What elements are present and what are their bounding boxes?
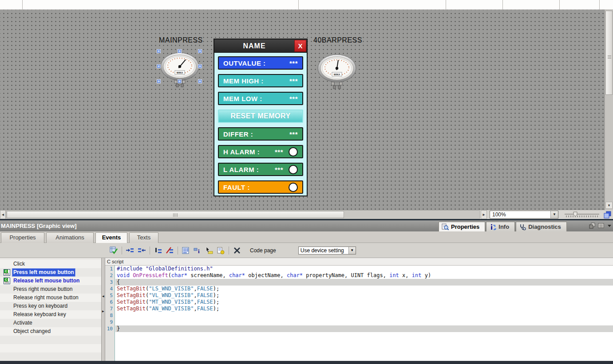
gauge-hub: [336, 67, 338, 70]
splitter-collapse-left-icon[interactable]: ◀: [102, 294, 105, 297]
event-row-empty: [0, 344, 101, 352]
faceplate-window[interactable]: NAME X OUTVALUE :***MEM HIGH :***MEM LOW…: [214, 39, 308, 196]
panel-menu-icon[interactable]: [598, 223, 604, 228]
faceplate-row-outvalue[interactable]: OUTVALUE :***: [218, 56, 303, 70]
panel-tab-info[interactable]: Info: [486, 222, 515, 231]
zoom-dropdown-arrow-icon[interactable]: ▼: [550, 211, 558, 218]
pressure-gauge-mainpress[interactable]: WIKA: [159, 51, 201, 88]
code-page-dropdown-arrow-icon[interactable]: ▼: [348, 247, 356, 254]
indent-left-icon[interactable]: [137, 246, 146, 255]
code-line[interactable]: {: [115, 279, 613, 286]
selection-handle[interactable]: [157, 65, 160, 68]
code-line[interactable]: [115, 312, 613, 319]
ruler-tick: [559, 0, 560, 10]
faceplate-row-l-alarm[interactable]: L ALARM :***: [218, 163, 303, 176]
panel-tab-properties[interactable]: Properties: [439, 222, 485, 231]
code-page-select[interactable]: Use device setting ▼: [298, 247, 356, 254]
code-template-icon[interactable]: [181, 246, 191, 255]
line-number-gutter: 12345678910: [105, 266, 115, 361]
splitter-expand-right-icon[interactable]: ▶: [102, 309, 105, 313]
selection-handle[interactable]: [157, 50, 160, 53]
float-panel-icon[interactable]: [589, 223, 595, 229]
selection-handle[interactable]: [198, 80, 202, 83]
vertical-scrollbar[interactable]: ▾: [605, 10, 613, 210]
event-row-release-left-mouse-button[interactable]: CI0IRelease left mouse button: [0, 277, 101, 285]
event-row-click[interactable]: Click: [0, 260, 101, 268]
code-line[interactable]: SetTagBit("LS_WND_VISIB",FALSE);: [115, 286, 613, 292]
event-row-release-right-mouse-button[interactable]: Release right mouse button: [0, 294, 101, 302]
panel-tab-label: Info: [498, 223, 509, 230]
row-value: ***: [289, 77, 298, 85]
row-label: MEM LOW :: [223, 95, 262, 102]
faceplate-row-h-alarm[interactable]: H ALARM :***: [218, 145, 303, 158]
line-number: 8: [105, 312, 115, 319]
code-line[interactable]: void OnPressLeft(char* screenName, char*…: [115, 272, 613, 279]
faceplate-row-reset-memory[interactable]: RESET MEMORY: [218, 110, 303, 123]
row-value: ***: [289, 59, 298, 67]
faceplate-row-fault[interactable]: FAULT :: [218, 180, 303, 194]
code-line[interactable]: [115, 319, 613, 325]
faceplate-row-differ[interactable]: DIFFER :***: [218, 127, 303, 141]
event-row-activate[interactable]: Activate: [0, 319, 101, 327]
scroll-down-button[interactable]: ▾: [605, 202, 613, 209]
selection-handle[interactable]: [198, 65, 202, 68]
pressure-gauge-40barpress[interactable]: WIKA: [316, 52, 358, 90]
zoom-select[interactable]: 100% ▼: [490, 211, 558, 219]
code-line[interactable]: #include "GlobalDefinitions.h": [115, 266, 613, 272]
c-script-icon: CI0I: [4, 278, 10, 284]
vertical-scroll-thumb[interactable]: [605, 11, 613, 95]
tab-properties[interactable]: Properties: [1, 232, 44, 243]
selection-handle[interactable]: [178, 80, 181, 83]
row-label: FAULT :: [223, 184, 250, 191]
event-row-press-right-mouse-button[interactable]: Press right mouse button: [0, 285, 101, 294]
inspector-tabrow: PropertiesAnimationsEventsTexts: [0, 231, 613, 243]
scroll-left-button[interactable]: ◂: [0, 210, 6, 219]
collapse-panel-icon[interactable]: [607, 223, 612, 228]
event-row-object-changed[interactable]: Object changed: [0, 327, 101, 336]
validate-script-icon[interactable]: [109, 246, 119, 255]
close-button[interactable]: X: [294, 40, 306, 52]
selection-handle[interactable]: [157, 80, 160, 83]
zoom-slider[interactable]: [563, 210, 601, 219]
tab-animations[interactable]: Animations: [46, 232, 94, 243]
delete-line-icon[interactable]: [165, 246, 174, 255]
zoom-slider-thumb[interactable]: [573, 212, 577, 216]
horizontal-scrollbar[interactable]: [6, 210, 480, 219]
faceplate-row-mem-high[interactable]: MEM HIGH :***: [218, 74, 303, 87]
event-row-release-keyboard-key[interactable]: Release keyboard key: [0, 310, 101, 319]
diagnostics-icon: [519, 223, 526, 231]
panel-tab-diagnostics[interactable]: Diagnostics: [516, 222, 567, 231]
event-row-press-left-mouse-button[interactable]: CI0IPress left mouse button: [0, 268, 101, 277]
code-line[interactable]: SetTagBit("AN_WND_VISIB",FALSE);: [115, 305, 613, 312]
fit-to-screen-icon[interactable]: [603, 211, 612, 219]
faceplate-title: NAME: [214, 39, 294, 53]
script-editor[interactable]: C script 12345678910 #include "GlobalDef…: [105, 258, 613, 361]
object-info-icon[interactable]: i: [193, 246, 202, 255]
tab-events[interactable]: Events: [95, 232, 127, 243]
code-line[interactable]: SetTagBit("VL_WND_VISIB",FALSE);: [115, 292, 613, 299]
event-label: Release keyboard key: [13, 310, 66, 319]
events-toolbar: i Code page Use device setting ▼: [0, 243, 613, 258]
indent-right-icon[interactable]: [125, 246, 135, 255]
scroll-right-button[interactable]: ▸: [481, 210, 487, 219]
tab-texts[interactable]: Texts: [129, 232, 158, 243]
event-list-splitter[interactable]: ◀ ▶: [101, 258, 105, 361]
selection-handle[interactable]: [198, 50, 202, 53]
line-number: 6: [105, 299, 115, 305]
faceplate-row-mem-low[interactable]: MEM LOW :***: [218, 92, 303, 105]
event-row-press-key-on-keyboard[interactable]: Press key on keyboard: [0, 302, 101, 310]
code-page-label: Code page: [250, 247, 276, 254]
delete-script-icon[interactable]: [232, 246, 242, 255]
code-line[interactable]: SetTagBit("MT_WND_VISIB",FALSE);: [115, 299, 613, 305]
code-line[interactable]: }: [115, 325, 613, 332]
insert-line-icon[interactable]: [153, 246, 163, 255]
event-list: ClickCI0IPress left mouse buttonCI0IRele…: [0, 258, 101, 361]
horizontal-scroll-thumb[interactable]: [7, 211, 344, 218]
cursor-highlight-icon[interactable]: [204, 246, 214, 255]
code-area[interactable]: #include "GlobalDefinitions.h"void OnPre…: [115, 266, 613, 361]
selection-handle[interactable]: [178, 50, 181, 53]
script-object-icon[interactable]: [216, 246, 225, 255]
graphic-canvas[interactable]: MAINPRESS WIKA 40BARPRESS WIKA: [0, 10, 605, 210]
row-label: MEM HIGH :: [223, 77, 264, 85]
faceplate-titlebar[interactable]: NAME X: [214, 39, 307, 53]
